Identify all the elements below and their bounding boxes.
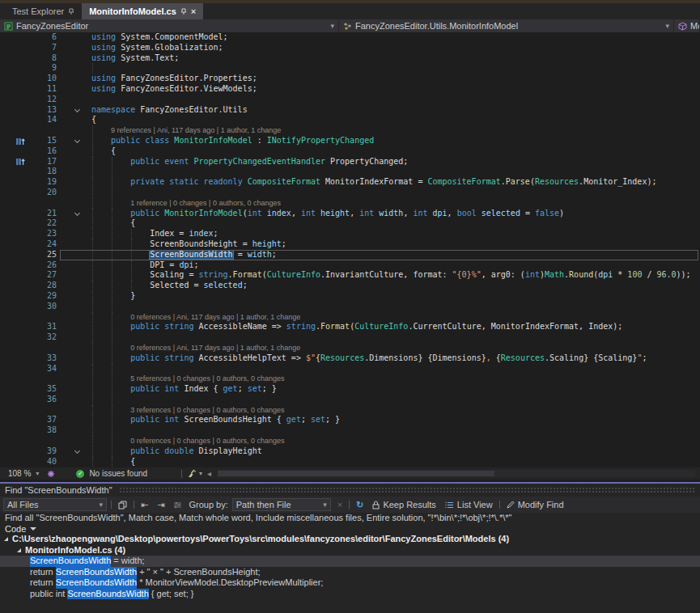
fold-chevron-icon[interactable] xyxy=(57,209,86,219)
code-text[interactable]: public double DisplayHeight xyxy=(86,446,700,457)
codelens-link[interactable]: 3 references | 0 changes | 0 authors, 0 … xyxy=(91,406,284,414)
margin-indicator-icon[interactable] xyxy=(0,136,31,146)
line-number[interactable]: 17 xyxy=(31,157,57,167)
drag-grip[interactable] xyxy=(119,487,695,493)
codelens-row[interactable]: 9 references | Ani, 117 days ago | 1 aut… xyxy=(0,125,700,136)
glyph-margin[interactable] xyxy=(0,95,31,105)
code-text[interactable]: { xyxy=(86,218,700,229)
close-icon[interactable]: × xyxy=(191,7,196,16)
glyph-margin[interactable] xyxy=(0,43,31,53)
code-text[interactable]: { xyxy=(86,146,700,157)
scrollbar-thumb[interactable] xyxy=(218,471,494,476)
code-text[interactable]: ScreenBoundsHeight = height; xyxy=(86,239,700,250)
glyph-margin[interactable] xyxy=(0,239,31,250)
line-number[interactable]: 22 xyxy=(31,218,57,229)
code-text[interactable] xyxy=(86,63,700,74)
codelens-link[interactable]: 0 references | 0 changes | 0 authors, 0 … xyxy=(91,437,284,445)
code-text[interactable] xyxy=(86,167,700,177)
code-text[interactable]: using System.Text; xyxy=(86,53,700,64)
glyph-margin[interactable] xyxy=(0,177,31,188)
margin-indicator-icon[interactable] xyxy=(0,157,31,167)
code-text[interactable]: 0 references | Ani, 117 days ago | 1 aut… xyxy=(86,312,700,323)
glyph-margin[interactable] xyxy=(0,198,31,209)
code-text[interactable]: 1 reference | 0 changes | 0 authors, 0 c… xyxy=(86,198,700,209)
code-line[interactable]: 39 public double DisplayHeight xyxy=(0,446,700,457)
code-line[interactable]: 23 Index = index; xyxy=(0,229,700,239)
codelens-row[interactable]: 3 references | 0 changes | 0 authors, 0 … xyxy=(0,405,700,416)
line-number[interactable]: 14 xyxy=(31,115,57,125)
glyph-margin[interactable] xyxy=(0,291,31,302)
line-number[interactable]: 33 xyxy=(31,353,57,364)
glyph-margin[interactable] xyxy=(0,105,31,116)
line-number[interactable]: 11 xyxy=(31,84,57,95)
line-number[interactable]: 6 xyxy=(31,32,57,43)
code-text[interactable]: { xyxy=(86,115,700,125)
code-line[interactable]: 15 public class MonitorInfoModel : INoti… xyxy=(0,136,700,146)
code-text[interactable]: public string AccessibleName => string.F… xyxy=(86,322,700,332)
line-number[interactable]: 24 xyxy=(31,239,57,250)
glyph-margin[interactable] xyxy=(0,188,31,198)
glyph-margin[interactable] xyxy=(0,415,31,425)
line-number[interactable] xyxy=(31,405,57,416)
scope-dropdown[interactable]: All Files ▾ xyxy=(3,498,107,511)
codelens-link[interactable]: 1 reference | 0 changes | 0 authors, 0 c… xyxy=(91,199,281,207)
code-text[interactable]: public event PropertyChangedEventHandler… xyxy=(86,157,700,167)
code-line[interactable]: 6using System.ComponentModel; xyxy=(0,32,700,43)
line-number[interactable]: 9 xyxy=(31,63,57,74)
glyph-margin[interactable] xyxy=(0,53,31,64)
scroll-left-arrow[interactable]: ◂ xyxy=(207,469,211,478)
code-line[interactable]: 34 xyxy=(0,364,700,374)
glyph-margin[interactable] xyxy=(0,425,31,436)
line-number[interactable]: 8 xyxy=(31,53,57,64)
codelens-row[interactable]: 5 references | 0 changes | 0 authors, 0 … xyxy=(0,374,700,384)
expander-icon[interactable] xyxy=(4,537,8,541)
result-match-row[interactable]: return ScreenBoundsWidth + " × " + Scree… xyxy=(0,567,700,578)
code-line[interactable]: 40 { xyxy=(0,457,700,467)
glyph-margin[interactable] xyxy=(0,457,31,467)
glyph-margin[interactable] xyxy=(0,281,31,291)
code-line[interactable]: 31 public string AccessibleName => strin… xyxy=(0,322,700,332)
member-dropdown[interactable]: Mo xyxy=(674,19,700,32)
codelens-link[interactable]: 5 references | 0 changes | 0 authors, 0 … xyxy=(91,374,284,383)
code-line[interactable]: 32 xyxy=(0,332,700,343)
code-text[interactable]: 0 references | Ani, 117 days ago | 1 aut… xyxy=(86,343,700,353)
list-view-button[interactable]: List View xyxy=(443,500,495,509)
code-line[interactable]: 7using System.Globalization; xyxy=(0,43,700,53)
line-number[interactable]: 27 xyxy=(31,270,57,281)
glyph-margin[interactable] xyxy=(0,446,31,457)
code-line[interactable]: 10using FancyZonesEditor.Properties; xyxy=(0,74,700,84)
glyph-margin[interactable] xyxy=(0,167,31,177)
code-line[interactable]: 22 { xyxy=(0,218,700,229)
code-text[interactable]: 9 references | Ani, 117 days ago | 1 aut… xyxy=(86,125,700,136)
line-number[interactable] xyxy=(31,343,57,353)
zoom-dropdown[interactable]: 108 % ▾ xyxy=(5,469,42,478)
expander-icon[interactable] xyxy=(17,548,21,552)
code-line[interactable]: 9 xyxy=(0,63,700,74)
glyph-margin[interactable] xyxy=(0,343,31,353)
line-number[interactable]: 32 xyxy=(31,332,57,343)
result-match-row[interactable]: public int ScreenBoundsWidth { get; set;… xyxy=(0,589,700,600)
line-number[interactable]: 31 xyxy=(31,322,57,332)
code-line[interactable]: 37 public int ScreenBoundsHeight { get; … xyxy=(0,415,700,425)
glyph-margin[interactable] xyxy=(0,374,31,384)
code-text[interactable]: Scaling = string.Format(CultureInfo.Inva… xyxy=(86,270,700,281)
glyph-margin[interactable] xyxy=(0,32,31,43)
code-line[interactable]: 35 public int Index { get; set; } xyxy=(0,384,700,395)
code-line[interactable]: 18 xyxy=(0,167,700,177)
code-line[interactable]: 36 xyxy=(0,395,700,405)
line-number[interactable]: 35 xyxy=(31,384,57,395)
glyph-margin[interactable] xyxy=(0,405,31,416)
code-line[interactable]: 20 xyxy=(0,188,700,198)
code-text[interactable]: { xyxy=(86,457,700,467)
fold-chevron-icon[interactable] xyxy=(57,136,86,146)
code-text[interactable]: ScreenBoundsWidth = width; xyxy=(86,250,700,260)
tab-test-explorer[interactable]: Test Explorer xyxy=(5,3,82,19)
line-number[interactable] xyxy=(31,374,57,384)
line-number[interactable]: 19 xyxy=(31,177,57,188)
line-number[interactable]: 12 xyxy=(31,95,57,105)
glyph-margin[interactable] xyxy=(0,84,31,95)
code-line[interactable]: 25 ScreenBoundsWidth = width; xyxy=(0,250,700,260)
code-text[interactable]: public int ScreenBoundsHeight { get; set… xyxy=(86,415,700,425)
line-number[interactable] xyxy=(31,125,57,136)
glyph-margin[interactable] xyxy=(0,63,31,74)
